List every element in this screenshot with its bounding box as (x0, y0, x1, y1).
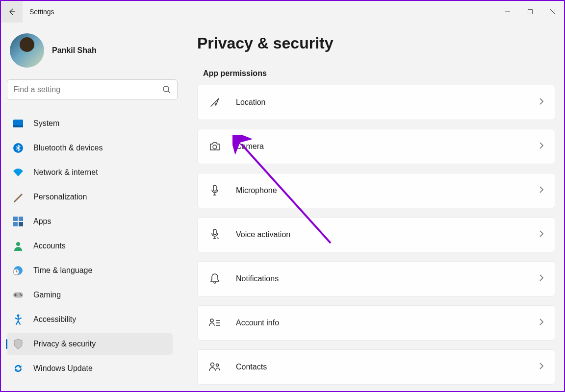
nav-label: Bluetooth & devices (33, 144, 103, 152)
nav-label: Accessibility (33, 315, 76, 324)
svg-rect-7 (13, 222, 18, 226)
svg-point-15 (17, 315, 20, 317)
location-icon (208, 97, 221, 108)
permission-card-contacts[interactable]: Contacts (197, 349, 555, 385)
card-label: Location (236, 98, 539, 107)
nav-label: Privacy & security (33, 340, 96, 348)
back-button[interactable] (1, 1, 23, 23)
camera-icon (208, 142, 221, 151)
card-label: Camera (236, 142, 539, 151)
nav-item-accessibility[interactable]: Accessibility (7, 309, 173, 330)
card-label: Notifications (236, 274, 539, 283)
nav-item-gaming[interactable]: Gaming (7, 284, 173, 306)
svg-point-20 (211, 363, 214, 367)
svg-rect-18 (213, 229, 216, 235)
svg-point-1 (163, 86, 169, 92)
chevron-right-icon (539, 230, 544, 240)
bell-icon (208, 273, 221, 285)
close-icon (550, 9, 556, 15)
app-title: Settings (29, 8, 54, 16)
minimize-button[interactable] (496, 1, 519, 23)
svg-rect-17 (213, 185, 216, 191)
permission-card-voice[interactable]: Voice activation (197, 217, 555, 252)
chevron-right-icon (539, 362, 544, 372)
svg-rect-2 (13, 120, 23, 126)
svg-point-21 (216, 364, 219, 367)
nav-label: Accounts (33, 242, 66, 250)
nav-item-network[interactable]: Network & internet (7, 162, 173, 183)
sidebar: Pankil Shah System Bluetooth & devices N… (1, 23, 179, 391)
permission-card-account-info[interactable]: Account info (197, 305, 555, 341)
nav-label: Windows Update (33, 364, 93, 373)
svg-point-19 (210, 319, 213, 322)
maximize-button[interactable] (519, 1, 541, 23)
bluetooth-icon (13, 143, 24, 153)
voice-icon (208, 229, 221, 241)
card-label: Voice activation (236, 230, 539, 239)
nav-item-accounts[interactable]: Accounts (7, 235, 173, 257)
search-input[interactable] (13, 85, 162, 94)
svg-rect-8 (19, 222, 23, 226)
nav-item-time[interactable]: Time & language (7, 260, 173, 281)
card-label: Contacts (236, 363, 539, 371)
system-icon (13, 118, 24, 129)
svg-rect-5 (13, 217, 18, 221)
svg-point-14 (21, 295, 22, 296)
nav-item-update[interactable]: Windows Update (7, 358, 173, 379)
search-icon (162, 85, 171, 94)
maximize-icon (527, 9, 533, 15)
permission-card-microphone[interactable]: Microphone (197, 173, 555, 208)
accessibility-icon (13, 314, 24, 325)
nav-item-bluetooth[interactable]: Bluetooth & devices (7, 137, 173, 159)
profile[interactable]: Pankil Shah (7, 31, 173, 79)
minimize-icon (505, 9, 511, 15)
search-box[interactable] (7, 79, 178, 100)
nav-item-apps[interactable]: Apps (7, 211, 173, 232)
avatar (10, 33, 44, 68)
apps-icon (13, 216, 24, 227)
main-content: Privacy & security App permissions Locat… (179, 23, 564, 391)
svg-rect-0 (528, 10, 533, 14)
svg-point-9 (16, 242, 20, 246)
chevron-right-icon (539, 318, 544, 328)
card-label: Account info (236, 318, 539, 327)
nav-label: Time & language (33, 266, 92, 275)
update-icon (13, 363, 24, 374)
close-button[interactable] (541, 1, 564, 23)
account-info-icon (208, 318, 221, 328)
profile-name: Pankil Shah (52, 46, 97, 55)
microphone-icon (208, 185, 221, 196)
svg-point-16 (213, 145, 217, 149)
back-arrow-icon (8, 8, 16, 16)
svg-rect-6 (19, 217, 23, 221)
nav-item-privacy[interactable]: Privacy & security (7, 333, 173, 355)
permission-card-location[interactable]: Location (197, 85, 555, 120)
nav-item-system[interactable]: System (7, 113, 173, 134)
shield-icon (13, 339, 24, 349)
paintbrush-icon (13, 192, 24, 202)
nav-label: System (33, 119, 59, 128)
nav-label: Personalization (33, 193, 87, 201)
nav-list: System Bluetooth & devices Network & int… (7, 113, 173, 379)
chevron-right-icon (539, 274, 544, 284)
chevron-right-icon (539, 98, 544, 107)
nav-label: Apps (33, 217, 51, 226)
gamepad-icon (13, 290, 24, 300)
chevron-right-icon (539, 186, 544, 196)
nav-label: Gaming (33, 291, 61, 299)
contacts-icon (208, 362, 221, 372)
svg-rect-3 (13, 125, 23, 127)
card-label: Microphone (236, 186, 539, 195)
permission-card-camera[interactable]: Camera (197, 129, 555, 164)
page-title: Privacy & security (197, 34, 552, 52)
chevron-right-icon (539, 142, 544, 151)
nav-item-personalization[interactable]: Personalization (7, 186, 173, 208)
section-title: App permissions (203, 69, 552, 78)
svg-point-13 (20, 294, 21, 295)
clock-globe-icon (13, 265, 24, 276)
permission-card-notifications[interactable]: Notifications (197, 261, 555, 296)
wifi-icon (13, 167, 24, 178)
nav-label: Network & internet (33, 168, 98, 177)
person-icon (13, 241, 24, 251)
titlebar: Settings (1, 1, 564, 23)
